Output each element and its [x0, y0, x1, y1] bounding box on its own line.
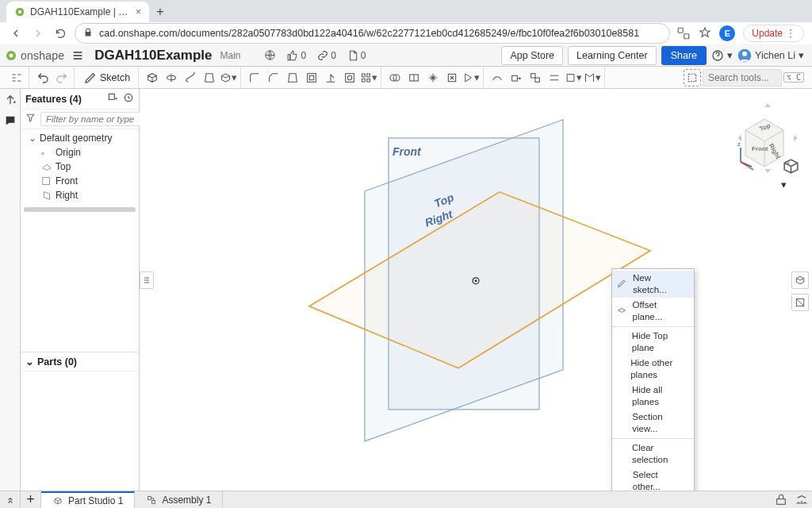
fillet-icon[interactable] — [246, 69, 263, 87]
scrollbar[interactable] — [24, 207, 136, 212]
sheet-icon[interactable]: ▾ — [565, 69, 582, 87]
front-plane-label: Front — [393, 145, 422, 158]
split-icon[interactable] — [405, 69, 423, 87]
search-tools[interactable]: Search tools... — [703, 69, 782, 87]
learning-button[interactable]: Learning Center — [568, 46, 657, 65]
add-tab-button[interactable]: + — [21, 491, 41, 508]
address-bar[interactable]: cad.onshape.com/documents/282a0507783d0b… — [75, 23, 670, 44]
canvas[interactable]: Front Right Top New sketch...Offset plan… — [140, 89, 812, 491]
mass-props-icon[interactable] — [771, 491, 791, 508]
likes[interactable]: 0 — [287, 50, 306, 61]
top-plane[interactable] — [309, 192, 650, 368]
modify-icon[interactable]: ▾ — [462, 69, 480, 87]
shell-icon[interactable] — [303, 69, 320, 87]
update-button[interactable]: Update⋮ — [743, 25, 804, 42]
svg-rect-46 — [152, 500, 155, 503]
iso-view-icon[interactable] — [791, 271, 809, 289]
ctx-hide-other-planes[interactable]: Hide other planes — [612, 356, 694, 383]
thicken-icon[interactable]: ▾ — [220, 69, 237, 87]
close-icon[interactable]: × — [136, 6, 141, 17]
share-button[interactable]: Share — [661, 46, 707, 65]
extrude-icon[interactable] — [144, 69, 161, 87]
ctx-section-view-[interactable]: Section view... — [612, 410, 694, 437]
rib-icon[interactable] — [322, 69, 339, 87]
measure-icon[interactable] — [791, 491, 812, 508]
tree-group[interactable]: ⌄Default geometry — [24, 131, 139, 145]
view-cube[interactable]: Front Right Top z — [734, 100, 801, 176]
right-overlay — [791, 271, 809, 311]
tree-item-origin[interactable]: ◦Origin — [24, 145, 139, 160]
parts-header[interactable]: ⌄Parts (0) — [21, 352, 139, 371]
move-face-icon[interactable] — [508, 69, 525, 87]
help-button[interactable]: ▾ — [711, 49, 733, 62]
menu-button[interactable] — [69, 47, 86, 64]
doc-title[interactable]: DGAH110Example — [94, 48, 212, 64]
svg-point-5 — [10, 53, 13, 57]
select-icon[interactable] — [684, 69, 701, 87]
offset-surface-icon[interactable] — [546, 69, 563, 87]
draft-icon[interactable] — [284, 69, 301, 87]
tree-item-right[interactable]: Right — [24, 188, 139, 202]
add-feature-icon[interactable] — [107, 92, 118, 106]
browser-tab[interactable]: DGAH110Example | Part Studi… × — [6, 2, 149, 22]
brand[interactable]: onshape — [5, 49, 64, 62]
frame-icon[interactable]: ▾ — [584, 69, 601, 87]
pattern-icon[interactable]: ▾ — [360, 69, 377, 87]
user-menu[interactable]: Yichen Li▾ — [737, 48, 804, 63]
doc-tab-assembly-1[interactable]: Assembly 1 — [135, 491, 223, 508]
ctx-new-sketch-[interactable]: New sketch... — [612, 271, 694, 298]
insert-feature-icon[interactable] — [2, 92, 18, 108]
bookmark-icon[interactable] — [699, 26, 711, 41]
appstore-button[interactable]: App Store — [501, 46, 563, 65]
loft-icon[interactable] — [201, 69, 218, 87]
features-header: Features (4) — [21, 89, 139, 110]
forward-button[interactable] — [30, 25, 46, 41]
undo-button[interactable] — [34, 69, 52, 87]
svg-rect-12 — [310, 75, 314, 79]
docs-count[interactable]: 0 — [347, 50, 366, 61]
comments-icon[interactable] — [2, 113, 18, 129]
tree-item-top[interactable]: Top — [24, 160, 139, 174]
footer: + Part Studio 1Assembly 1 — [0, 491, 812, 508]
filter-icon[interactable] — [25, 113, 36, 125]
redo-button[interactable] — [53, 69, 71, 87]
reload-button[interactable] — [52, 25, 68, 41]
tree-config-icon[interactable] — [8, 69, 25, 87]
section-view-icon[interactable] — [791, 294, 809, 311]
hole-icon[interactable] — [341, 69, 358, 87]
main: Features (4) ⌄Default geometry ◦Origin T… — [0, 89, 812, 491]
links[interactable]: 0 — [317, 50, 336, 61]
doc-subtitle[interactable]: Main — [220, 50, 240, 61]
browser-chrome: DGAH110Example | Part Studi… × + cad.ons… — [0, 0, 812, 44]
svg-rect-25 — [535, 78, 539, 82]
ctx-hide-all-planes[interactable]: Hide all planes — [612, 383, 694, 410]
ctx-hide-top-plane[interactable]: Hide Top plane — [612, 329, 694, 356]
transform-icon[interactable] — [424, 69, 442, 87]
tree-item-front[interactable]: Front — [24, 174, 139, 188]
sweep-icon[interactable] — [182, 69, 199, 87]
context-menu: New sketch...Offset plane...Hide Top pla… — [611, 268, 695, 508]
panel-toggle[interactable] — [140, 271, 154, 289]
footer-expand-icon[interactable] — [0, 491, 21, 508]
doc-tab-part-studio-1[interactable]: Part Studio 1 — [41, 491, 135, 508]
svg-text:Front: Front — [752, 145, 768, 152]
ctx-clear-selection[interactable]: Clear selection — [612, 441, 694, 468]
surface-icon[interactable] — [488, 69, 506, 87]
history-icon[interactable] — [123, 92, 134, 106]
sketch-button[interactable]: Sketch — [79, 69, 135, 87]
replace-face-icon[interactable] — [527, 69, 544, 87]
translate-icon[interactable] — [676, 26, 691, 40]
chamfer-icon[interactable] — [265, 69, 282, 87]
profile-button[interactable]: E — [719, 25, 735, 41]
public-icon[interactable] — [264, 49, 276, 61]
back-button[interactable] — [8, 25, 24, 41]
url-text: cad.onshape.com/documents/282a0507783d0b… — [99, 28, 639, 39]
revolve-icon[interactable] — [163, 69, 180, 87]
boolean-icon[interactable] — [386, 69, 404, 87]
new-tab-button[interactable]: + — [149, 2, 171, 22]
addr-actions: E Update⋮ — [676, 25, 804, 42]
delete-face-icon[interactable] — [443, 69, 461, 87]
view-cube-menu[interactable]: ▾ — [781, 156, 801, 190]
ctx-offset-plane-[interactable]: Offset plane... — [612, 298, 694, 325]
svg-rect-18 — [367, 79, 370, 82]
